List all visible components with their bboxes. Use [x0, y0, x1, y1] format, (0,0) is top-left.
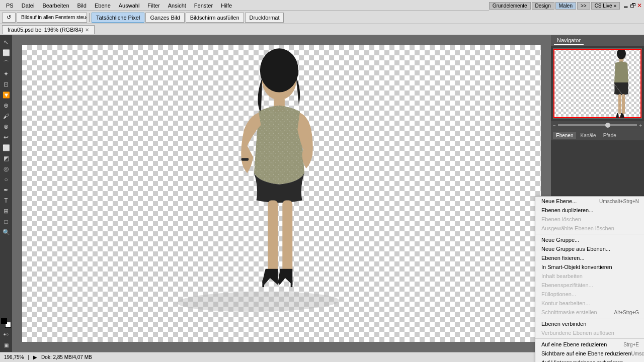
menu-ansicht[interactable]: Ansicht — [164, 2, 190, 10]
shape-tool[interactable]: □ — [1, 217, 11, 227]
brush-tool[interactable]: 🖌 — [1, 111, 11, 121]
context-menu: Neue Ebene... Umschalt+Strg+N Ebenen dup… — [535, 196, 644, 362]
ctx-neue-gruppe[interactable]: Neue Gruppe... — [535, 235, 644, 244]
svg-rect-15 — [618, 94, 621, 114]
preview-model-figure — [609, 50, 634, 118]
rotate-view-btn[interactable]: ↺ — [2, 13, 16, 23]
dodge-tool[interactable]: ○ — [1, 174, 11, 185]
file-tab-close[interactable]: ✕ — [85, 27, 89, 33]
minimize-button[interactable]: 🗕 — [623, 2, 629, 9]
ctx-ebenen-verbinden[interactable]: Ebenen verbinden — [535, 319, 644, 328]
ctx-sichtbare-reduzieren[interactable]: Sichtbare auf eine Ebene reduzieren Umsc… — [535, 349, 644, 358]
print-size-btn[interactable]: Druckformat — [245, 13, 284, 23]
svg-point-1 — [260, 48, 298, 92]
panel-more[interactable]: >> — [577, 2, 590, 10]
ctx-ebenen-loeschen: Ebenen löschen — [535, 215, 644, 224]
file-tab-label: frau05.psd bei 196% (RGB/8#) — [8, 27, 83, 33]
layers-panel-header: Ebenen Kanäle Pfade — [551, 130, 644, 140]
doc-info-display: Dok: 2,85 MB/4,07 MB — [41, 354, 92, 360]
layers-content — [551, 140, 644, 144]
layers-tab[interactable]: Ebenen — [553, 132, 576, 139]
foreground-color[interactable] — [1, 318, 7, 324]
path-tool[interactable]: ⊞ — [1, 206, 11, 216]
navigator-panel-header: Navigator — [551, 35, 644, 46]
menu-ps[interactable]: PS — [2, 2, 18, 10]
paths-tab[interactable]: Pfade — [600, 132, 619, 139]
panel-malen[interactable]: Malen — [555, 2, 576, 10]
menu-bar: PS Datei Bearbeiten Bild Ebene Auswahl F… — [0, 0, 644, 11]
move-tool[interactable]: ↖ — [1, 37, 11, 47]
ctx-ausgewaehlte-loeschen: Ausgewählte Ebenen löschen — [535, 224, 644, 233]
actual-pixels-btn[interactable]: Tatsächliche Pixel — [92, 13, 144, 23]
navigator-tab[interactable]: Navigator — [554, 36, 584, 45]
ctx-kontur-bearbeiten: Kontur bearbeiten... — [535, 299, 644, 308]
eraser-tool[interactable]: ⬜ — [1, 143, 11, 153]
canvas-checker — [22, 45, 541, 342]
menu-datei[interactable]: Datei — [18, 2, 39, 10]
ctx-ebenen-fixieren[interactable]: Ebenen fixieren... — [535, 253, 644, 262]
svg-rect-9 — [262, 280, 264, 287]
ctx-smart-objekt[interactable]: In Smart-Objekt konvertieren — [535, 262, 644, 272]
text-tool[interactable]: T — [1, 196, 11, 206]
panel-design[interactable]: Design — [532, 2, 554, 10]
menu-bild[interactable]: Bild — [73, 2, 91, 10]
svg-rect-8 — [282, 201, 292, 274]
menu-filter[interactable]: Filter — [143, 2, 164, 10]
ctx-ebenenspezifitaeten: Ebenenspezifitäten... — [535, 281, 644, 290]
history-tool[interactable]: ↩ — [1, 132, 11, 142]
zoom-minus[interactable]: − — [553, 123, 556, 128]
status-sep: | — [28, 354, 29, 360]
zoom-slider[interactable] — [558, 124, 637, 126]
lasso-tool[interactable]: ⌒ — [1, 58, 11, 68]
menu-ebene[interactable]: Ebene — [91, 2, 115, 10]
mode-toggle[interactable]: ●○ — [1, 329, 11, 339]
screen-mode[interactable]: ▣ — [1, 340, 11, 350]
ctx-neue-gruppe-aus-ebenen[interactable]: Neue Gruppe aus Ebenen... — [535, 244, 644, 253]
ctx-neue-ebene[interactable]: Neue Ebene... Umschalt+Strg+N — [535, 197, 644, 206]
file-tab[interactable]: frau05.psd bei 196% (RGB/8#) ✕ — [2, 25, 95, 34]
stamp-tool[interactable]: ⊗ — [1, 122, 11, 132]
model-figure — [22, 45, 541, 342]
ctx-sep1 — [535, 234, 644, 234]
zoom-plus[interactable]: + — [639, 123, 642, 128]
ctx-auf-ebene-reduzieren[interactable]: Auf eine Ebene reduzieren Strg+E — [535, 340, 644, 349]
ctx-ebenen-duplizieren[interactable]: Ebenen duplizieren... — [535, 206, 644, 215]
ctx-schnittmaske: Schnittmaske erstellen Alt+Strg+G — [535, 308, 644, 317]
eyedropper-tool[interactable]: 🔽 — [1, 90, 11, 100]
navigator-preview — [553, 48, 642, 119]
gradient-tool[interactable]: ◩ — [1, 153, 11, 163]
panel-grundelemente[interactable]: Grundelemente — [489, 2, 531, 10]
ctx-sep2 — [535, 318, 644, 318]
zoom-bar: − + — [551, 121, 644, 130]
fit-all-btn[interactable]: Bildauf in allen Fenstern steuern — [17, 13, 87, 23]
play-button[interactable]: ▶ — [33, 354, 37, 360]
menu-bearbeiten[interactable]: Bearbeiten — [38, 2, 73, 10]
canvas-area — [12, 35, 551, 352]
crop-tool[interactable]: ⊡ — [1, 79, 11, 89]
ctx-hintergrund-reduzieren[interactable]: Auf Hintergrundebene reduzieren — [535, 358, 644, 362]
panel-cslive[interactable]: CS Live » — [591, 2, 620, 10]
close-button[interactable]: ✕ — [637, 2, 642, 9]
menu-auswahl[interactable]: Auswahl — [115, 2, 144, 10]
blur-tool[interactable]: ◎ — [1, 164, 11, 174]
top-right-area: Grundelemente Design Malen >> CS Live » … — [489, 0, 644, 11]
pen-tool[interactable]: ✒ — [1, 185, 11, 195]
fill-screen-btn[interactable]: Bildschirm ausfüllen — [186, 13, 244, 23]
channels-tab[interactable]: Kanäle — [577, 132, 599, 139]
tools-panel: ↖ ⬜ ⌒ ✦ ⊡ 🔽 ⊕ 🖌 ⊗ ↩ ⬜ ◩ ◎ ○ ✒ T ⊞ □ 🔍 ●○… — [0, 35, 12, 352]
zoom-level-display: 196,75% — [4, 354, 24, 360]
zoom-tool[interactable]: 🔍 — [1, 227, 11, 237]
tab-bar: frau05.psd bei 196% (RGB/8#) ✕ — [0, 24, 644, 35]
zoom-thumb[interactable] — [605, 123, 610, 128]
maximize-button[interactable]: 🗗 — [630, 2, 636, 9]
menu-hilfe[interactable]: Hilfe — [217, 2, 236, 10]
wand-tool[interactable]: ✦ — [1, 69, 11, 79]
svg-rect-10 — [291, 280, 293, 287]
heal-tool[interactable]: ⊕ — [1, 101, 11, 111]
marquee-tool[interactable]: ⬜ — [1, 48, 11, 58]
menu-fenster[interactable]: Fenster — [190, 2, 217, 10]
sep1 — [89, 13, 90, 22]
fit-screen-btn[interactable]: Ganzes Bild — [145, 13, 184, 23]
ctx-verbundene-aufloesen: Verbundene Ebenen auflösen — [535, 328, 644, 337]
color-swatches[interactable] — [1, 318, 11, 328]
